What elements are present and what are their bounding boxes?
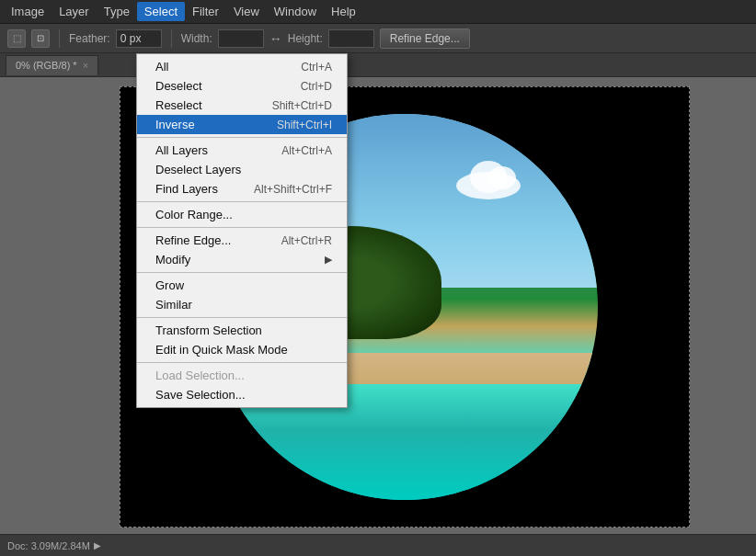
menu-item-all-layers-shortcut: Alt+Ctrl+A xyxy=(281,144,332,157)
menu-item-refine-edge[interactable]: Refine Edge... Alt+Ctrl+R xyxy=(137,231,347,250)
menu-item-all-layers-label: All Layers xyxy=(155,143,208,157)
menu-item-deselect-shortcut: Ctrl+D xyxy=(301,80,332,93)
menu-separator-5 xyxy=(137,317,347,318)
menu-separator-6 xyxy=(137,362,347,363)
refine-edge-button[interactable]: Refine Edge... xyxy=(380,28,470,49)
menu-image[interactable]: Image xyxy=(4,2,52,21)
menu-item-reselect-label: Reselect xyxy=(155,98,202,112)
menu-item-similar[interactable]: Similar xyxy=(137,295,347,314)
menu-item-find-layers-label: Find Layers xyxy=(155,182,218,196)
status-arrow-icon[interactable]: ▶ xyxy=(94,540,101,550)
tab-close-button[interactable]: × xyxy=(83,60,88,71)
menu-item-refine-edge-label: Refine Edge... xyxy=(155,233,231,247)
menu-item-inverse-shortcut: Shift+Ctrl+I xyxy=(277,119,332,131)
menu-item-grow-label: Grow xyxy=(155,278,184,292)
menu-item-deselect-layers-label: Deselect Layers xyxy=(155,163,241,176)
menu-item-find-layers[interactable]: Find Layers Alt+Shift+Ctrl+F xyxy=(137,179,347,199)
select-dropdown-menu: All Ctrl+A Deselect Ctrl+D Reselect Shif… xyxy=(136,53,348,408)
status-doc-info: Doc: 3.09M/2.84M xyxy=(7,540,90,551)
tool-icon-2[interactable]: ⊡ xyxy=(31,29,50,48)
feather-label: Feather: xyxy=(69,32,110,45)
height-label: Height: xyxy=(288,32,323,45)
toolbar-separator-2 xyxy=(171,29,172,48)
menu-item-deselect-label: Deselect xyxy=(155,79,202,93)
menu-item-modify-label: Modify xyxy=(155,253,190,267)
menu-item-quick-mask[interactable]: Edit in Quick Mask Mode xyxy=(137,340,347,359)
menu-type[interactable]: Type xyxy=(97,2,137,21)
menu-item-all-shortcut: Ctrl+A xyxy=(301,61,332,74)
menu-item-deselect-layers[interactable]: Deselect Layers xyxy=(137,160,347,179)
modify-arrow-icon: ▶ xyxy=(325,254,332,266)
menu-select[interactable]: Select xyxy=(137,2,185,21)
tabbar: 0% (RGB/8) * × xyxy=(0,53,756,77)
statusbar: Doc: 3.09M/2.84M ▶ xyxy=(0,534,756,556)
menu-item-deselect[interactable]: Deselect Ctrl+D xyxy=(137,76,347,96)
menu-item-color-range-label: Color Range... xyxy=(155,208,233,221)
menu-filter[interactable]: Filter xyxy=(185,2,226,21)
menu-item-quick-mask-label: Edit in Quick Mask Mode xyxy=(155,343,288,357)
menu-item-reselect-shortcut: Shift+Ctrl+D xyxy=(272,99,332,112)
toolbar-separator-1 xyxy=(59,29,60,48)
menu-item-color-range[interactable]: Color Range... xyxy=(137,205,347,224)
arrow-icon: ↔ xyxy=(269,31,282,46)
canvas-area xyxy=(0,77,756,534)
width-input[interactable] xyxy=(218,29,264,48)
menu-separator-1 xyxy=(137,137,347,138)
menu-item-all-label: All xyxy=(155,60,168,74)
document-tab[interactable]: 0% (RGB/8) * × xyxy=(6,55,98,75)
menu-item-load-selection-label: Load Selection... xyxy=(155,369,245,382)
menu-item-refine-edge-shortcut: Alt+Ctrl+R xyxy=(281,234,332,247)
width-label: Width: xyxy=(181,32,212,45)
menu-item-modify[interactable]: Modify ▶ xyxy=(137,250,347,269)
menu-item-transform-selection-label: Transform Selection xyxy=(155,323,262,337)
menu-view[interactable]: View xyxy=(226,2,267,21)
feather-input[interactable] xyxy=(116,29,162,48)
menu-item-inverse-label: Inverse xyxy=(155,118,195,131)
menu-separator-3 xyxy=(137,227,347,228)
cloud-1 xyxy=(456,172,521,199)
menu-help[interactable]: Help xyxy=(324,2,363,21)
menu-item-all-layers[interactable]: All Layers Alt+Ctrl+A xyxy=(137,141,347,160)
menu-item-transform-selection[interactable]: Transform Selection xyxy=(137,321,347,340)
menu-item-save-selection[interactable]: Save Selection... xyxy=(137,385,347,404)
menu-layer[interactable]: Layer xyxy=(52,2,97,21)
menu-item-all[interactable]: All Ctrl+A xyxy=(137,57,347,76)
menu-item-load-selection: Load Selection... xyxy=(137,366,347,385)
menu-item-similar-label: Similar xyxy=(155,298,192,312)
menu-separator-2 xyxy=(137,201,347,202)
menu-item-find-layers-shortcut: Alt+Shift+Ctrl+F xyxy=(254,183,332,196)
tool-icon-1[interactable]: ⬚ xyxy=(7,29,26,48)
menu-separator-4 xyxy=(137,272,347,273)
menu-item-save-selection-label: Save Selection... xyxy=(155,388,246,402)
menubar: Image Layer Type Select Filter View Wind… xyxy=(0,0,756,24)
height-input[interactable] xyxy=(328,29,374,48)
menu-item-grow[interactable]: Grow xyxy=(137,276,347,295)
menu-item-inverse[interactable]: Inverse Shift+Ctrl+I xyxy=(137,115,347,134)
toolbar: ⬚ ⊡ Feather: Width: ↔ Height: Refine Edg… xyxy=(0,24,756,53)
menu-item-reselect[interactable]: Reselect Shift+Ctrl+D xyxy=(137,96,347,115)
menu-window[interactable]: Window xyxy=(267,2,324,21)
tab-title: 0% (RGB/8) * xyxy=(16,60,77,71)
